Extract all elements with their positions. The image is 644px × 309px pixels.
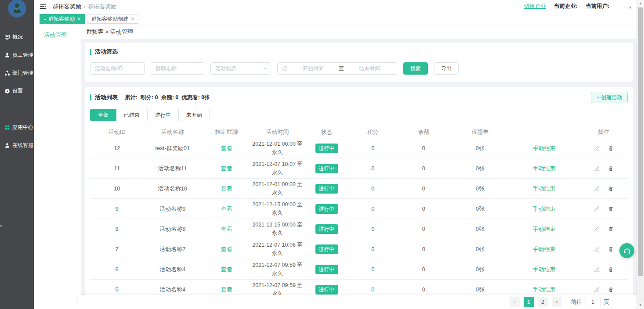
search-button[interactable]: 搜索	[403, 62, 428, 75]
manual-end-link[interactable]: 手动结束	[533, 246, 556, 252]
delete-icon[interactable]	[608, 287, 614, 293]
manual-end-link[interactable]: 手动结束	[533, 286, 556, 293]
delete-icon[interactable]	[608, 145, 614, 151]
manual-end-link[interactable]: 手动结束	[533, 145, 556, 151]
sidebar-item-departments[interactable]: 部门管理	[0, 64, 34, 82]
breadcrumb-root[interactable]: 群拓客奖励	[53, 3, 81, 11]
view-group-link[interactable]: 查看	[221, 266, 232, 273]
scroll-up-arrow-icon[interactable]: ▲	[637, 0, 644, 7]
activity-status-select[interactable]: 活动状态	[210, 62, 271, 75]
status-tab[interactable]: 未开始	[178, 109, 210, 121]
prev-page-button[interactable]: ‹	[510, 297, 520, 307]
edit-icon[interactable]	[594, 186, 600, 192]
page-button-1[interactable]: 1	[524, 297, 534, 307]
cell-coupons: 0张	[452, 286, 509, 294]
sidebar-item-overview[interactable]: 概况	[0, 28, 34, 46]
cell-activity-name: 活动名称8	[144, 225, 201, 233]
scroll-down-arrow-icon[interactable]: ▼	[637, 302, 644, 309]
manual-end-link[interactable]: 手动结束	[533, 205, 556, 212]
support-person-icon	[4, 143, 10, 148]
status-tab[interactable]: 全部	[90, 109, 116, 121]
column-header: 状态	[303, 128, 351, 136]
support-float-button[interactable]	[619, 243, 634, 258]
cell-activity-name: 活动名称11	[144, 165, 201, 172]
column-header: 优惠券	[452, 128, 509, 136]
cell-points: 0	[350, 165, 395, 172]
sidebar-item-employees[interactable]: 员工管理	[0, 46, 34, 64]
view-group-link[interactable]: 查看	[221, 246, 232, 252]
status-badge: 进行中	[315, 224, 338, 234]
window-tab-active[interactable]: ● 群拓客奖励 ×	[40, 14, 85, 24]
view-group-link[interactable]: 查看	[221, 286, 232, 293]
cell-activity-id: 6	[90, 266, 144, 273]
cell-balance: 0	[395, 266, 452, 273]
title-accent-bar	[90, 94, 91, 101]
delete-icon[interactable]	[608, 246, 614, 252]
delete-icon[interactable]	[608, 165, 614, 172]
goto-page-input[interactable]	[586, 297, 601, 307]
table-row: 6 活动名称4 查看 2021-12-07 09:59 至 永久 进行中 0 0…	[90, 259, 628, 280]
edit-icon[interactable]	[594, 246, 600, 252]
cell-coupons: 0张	[452, 225, 509, 233]
view-group-link[interactable]: 查看	[221, 165, 232, 172]
view-group-link[interactable]: 查看	[221, 205, 232, 212]
delete-icon[interactable]	[608, 206, 614, 212]
window-tab[interactable]: 群拓客奖励创建 ×	[87, 14, 138, 24]
cell-operations	[580, 287, 628, 293]
manual-end-link[interactable]: 手动结束	[533, 226, 556, 232]
view-group-link[interactable]: 查看	[221, 185, 232, 192]
chevron-down-icon	[263, 66, 267, 71]
edit-icon[interactable]	[594, 206, 600, 212]
delete-icon[interactable]	[608, 226, 614, 232]
view-group-link[interactable]: 查看	[221, 145, 232, 151]
submenu-item-activity-management[interactable]: 活动管理	[34, 25, 81, 45]
tab-close-icon[interactable]: ×	[131, 16, 134, 22]
delete-icon[interactable]	[608, 266, 614, 273]
edit-icon[interactable]	[594, 165, 600, 172]
delete-icon[interactable]	[608, 186, 614, 192]
manual-end-link[interactable]: 手动结束	[533, 185, 556, 192]
view-group-link[interactable]: 查看	[221, 226, 232, 232]
manual-end-link[interactable]: 手动结束	[533, 165, 556, 172]
export-button[interactable]: 导出	[434, 62, 459, 75]
tab-close-icon[interactable]: ×	[77, 16, 80, 22]
vertical-scrollbar[interactable]: ▲ ▼	[637, 0, 644, 309]
tab-label: 群拓客奖励创建	[91, 15, 128, 23]
switch-company-link[interactable]: 切换企业	[524, 3, 546, 10]
activity-name-input[interactable]	[90, 62, 145, 75]
status-tab[interactable]: 已结束	[116, 109, 148, 121]
dashboard-icon	[4, 34, 10, 40]
status-tab[interactable]: 进行中	[147, 109, 179, 121]
next-page-button[interactable]: ›	[552, 297, 562, 307]
page-unit-label: 页	[604, 298, 610, 306]
table-row: 12 test-群奖励01 查看 2021-12-01 00:00 至 永久 进…	[90, 138, 628, 158]
user-menu-caret-icon[interactable]: ▼	[629, 6, 632, 10]
table-header-row: 活动ID活动名称指定群聊活动时间状态积分余额优惠券操作	[90, 126, 628, 138]
edit-icon[interactable]	[594, 226, 600, 232]
cell-balance: 0	[395, 185, 452, 192]
cell-activity-time: 2021-12-15 00:00 至 永久	[252, 221, 303, 237]
cell-activity-time: 2021-12-15 00:00 至 永久	[252, 201, 303, 217]
sidebar-item-settings[interactable]: 设置	[0, 82, 34, 100]
edit-icon[interactable]	[594, 287, 600, 293]
filter-inputs-row: 活动状态 开始时间 至 结束时间 搜索 导出	[90, 62, 628, 75]
date-range-picker[interactable]: 开始时间 至 结束时间	[277, 62, 397, 75]
cell-points: 0	[350, 185, 395, 192]
group-name-input[interactable]	[151, 62, 204, 75]
edit-icon[interactable]	[594, 266, 600, 273]
collapse-menu-icon[interactable]	[40, 4, 47, 9]
cell-coupons: 0张	[452, 165, 509, 172]
cell-operations	[580, 186, 628, 192]
edit-icon[interactable]	[594, 145, 600, 151]
sidebar-item-app-center[interactable]: 应用中心	[0, 119, 34, 137]
sidebar-item-online-support[interactable]: 在线客服	[0, 137, 34, 154]
scrollbar-thumb[interactable]	[638, 7, 643, 276]
page-button-2[interactable]: 2	[538, 297, 548, 307]
company-logo-avatar[interactable]	[8, 0, 26, 18]
cell-activity-name: 活动名称4	[144, 266, 201, 273]
cell-points: 0	[350, 266, 395, 273]
manual-end-link[interactable]: 手动结束	[533, 266, 556, 273]
create-activity-button[interactable]: + 创建活动	[591, 92, 628, 103]
status-badge: 进行中	[315, 285, 338, 295]
sidebar-drag-handle[interactable]	[0, 224, 2, 229]
